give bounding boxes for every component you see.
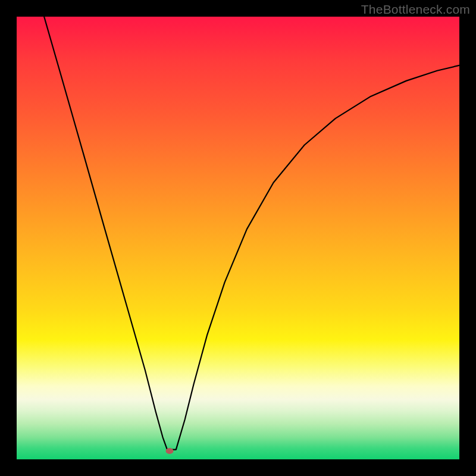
chart-frame: TheBottleneck.com <box>0 0 476 476</box>
chart-curve <box>17 17 459 459</box>
chart-plot-area <box>17 17 459 459</box>
watermark-text: TheBottleneck.com <box>361 2 470 17</box>
chart-minimum-marker <box>165 448 173 454</box>
